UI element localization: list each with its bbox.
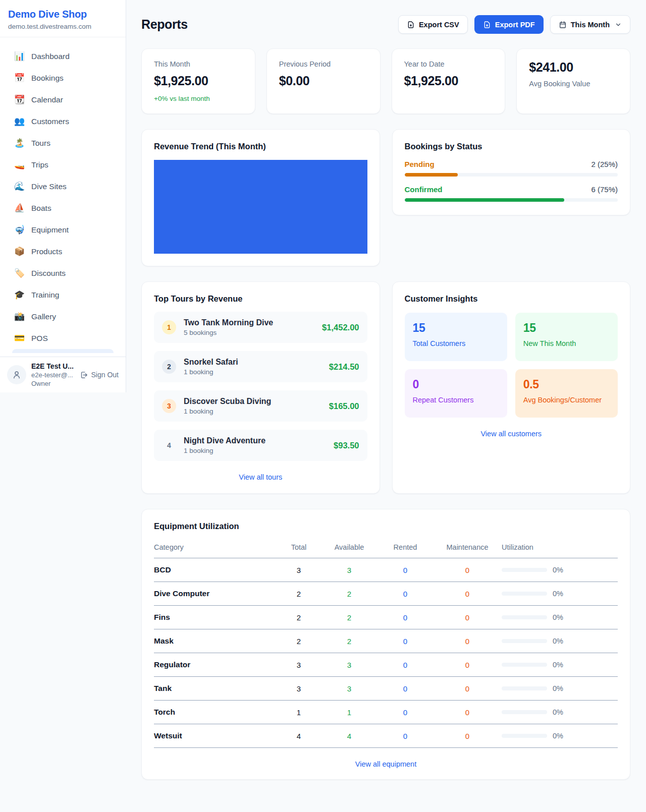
rank-badge: 2 [162, 360, 176, 374]
sidebar-item-trips[interactable]: 🚤 Trips [6, 154, 120, 176]
col-total: Total [277, 543, 321, 551]
customer-insights-card: Customer Insights 15 Total Customers 15 … [392, 281, 631, 494]
sidebar-item-tours[interactable]: 🏝️ Tours [6, 132, 120, 154]
sidebar-item-reports-partial[interactable] [12, 349, 114, 353]
user-footer: E2E Test U... e2e-tester@... Owner Sign … [0, 357, 126, 392]
sidebar-item-gallery[interactable]: 📸 Gallery [6, 306, 120, 327]
sidebar-item-calendar[interactable]: 📆 Calendar [6, 89, 120, 110]
equipment-total: 3 [277, 684, 321, 693]
equipment-maintenance: 0 [433, 661, 502, 669]
sidebar-item-label: Bookings [31, 74, 64, 83]
equipment-rented: 0 [378, 732, 433, 740]
status-label: Pending [405, 160, 435, 168]
stat-value: $0.00 [279, 74, 368, 88]
top-tours-card: Top Tours by Revenue 1 Two Tank Morning … [141, 281, 380, 494]
table-row: Dive Computer 2 2 0 0 0% [154, 582, 618, 606]
stat-label: Previous Period [279, 60, 368, 68]
tour-revenue: $165.00 [329, 401, 359, 411]
user-email: e2e-tester@... [31, 371, 75, 379]
sidebar-item-customers[interactable]: 👥 Customers [6, 110, 120, 132]
sidebar-item-equipment[interactable]: 🤿 Equipment [6, 219, 120, 241]
customer-insights-title: Customer Insights [405, 294, 618, 304]
sign-out-label: Sign Out [91, 371, 119, 379]
utilization-bar [502, 710, 547, 714]
top-tours-title: Top Tours by Revenue [154, 294, 367, 304]
tour-revenue: $93.50 [334, 441, 359, 450]
equipment-maintenance: 0 [433, 590, 502, 598]
tour-bookings-count: 5 bookings [184, 329, 314, 336]
brand-block: Demo Dive Shop demo.test.divestreams.com [0, 0, 126, 37]
stat-label: Avg Booking Value [529, 80, 618, 88]
sidebar-item-label: Customers [31, 117, 69, 126]
tour-row: 1 Two Tank Morning Dive 5 bookings $1,45… [154, 312, 367, 343]
utilization-percent: 0% [553, 566, 563, 574]
stat-label: This Month [154, 60, 243, 68]
utilization-percent: 0% [553, 637, 563, 645]
sidebar-item-label: Products [31, 247, 62, 256]
table-row: BCD 3 3 0 0 0% [154, 558, 618, 582]
insight-value: 0 [413, 378, 499, 391]
equipment-available: 4 [321, 732, 378, 740]
tour-name: Snorkel Safari [184, 358, 321, 367]
utilization-percent: 0% [553, 732, 563, 740]
sidebar-item-label: Calendar [31, 95, 63, 104]
status-row: Pending 2 (25%) [405, 160, 618, 177]
equipment-rented: 0 [378, 637, 433, 646]
sidebar-item-products[interactable]: 📦 Products [6, 241, 120, 262]
tour-bookings-count: 1 booking [184, 408, 321, 415]
table-row: Regulator 3 3 0 0 0% [154, 653, 618, 677]
tours-icon: 🏝️ [14, 138, 24, 148]
status-progress-track [405, 173, 618, 177]
period-dropdown[interactable]: This Month [550, 15, 630, 34]
equipment-total: 3 [277, 661, 321, 669]
insight-tile: 0.5 Avg Bookings/Customer [515, 369, 618, 418]
pos-icon: 💳 [14, 333, 24, 343]
insight-value: 15 [413, 321, 499, 335]
main-content: Reports Export CSV Export PDF This Month… [126, 0, 646, 780]
sidebar-item-dashboard[interactable]: 📊 Dashboard [6, 45, 120, 67]
sidebar-item-label: Boats [31, 204, 51, 213]
bookings-icon: 📅 [14, 73, 24, 83]
sidebar-nav: 📊 Dashboard 📅 Bookings 📆 Calendar 👥 Cust… [0, 37, 126, 353]
equipment-category: Mask [154, 636, 277, 646]
insight-label: Total Customers [413, 339, 499, 347]
sidebar-item-label: Gallery [31, 312, 56, 321]
tour-revenue: $1,452.00 [322, 323, 359, 332]
sidebar-item-pos[interactable]: 💳 POS [6, 327, 120, 349]
stat-label: Year to Date [404, 60, 493, 68]
col-available: Available [321, 543, 378, 551]
discounts-icon: 🏷️ [14, 268, 24, 278]
bookings-by-status-title: Bookings by Status [405, 142, 618, 151]
insight-value: 15 [523, 321, 610, 335]
utilization-bar [502, 568, 547, 572]
tour-bookings-count: 1 booking [184, 447, 326, 454]
sidebar-item-boats[interactable]: ⛵ Boats [6, 197, 120, 219]
tour-row: 3 Discover Scuba Diving 1 booking $165.0… [154, 390, 367, 422]
export-csv-label: Export CSV [419, 21, 459, 29]
sidebar-item-bookings[interactable]: 📅 Bookings [6, 67, 120, 89]
table-row: Fins 2 2 0 0 0% [154, 606, 618, 629]
view-all-tours-link[interactable]: View all tours [154, 473, 367, 481]
col-rented: Rented [378, 543, 433, 551]
utilization-percent: 0% [553, 684, 563, 692]
utilization-bar [502, 639, 547, 643]
status-count: 6 (75%) [591, 185, 618, 194]
tour-row: 4 Night Dive Adventure 1 booking $93.50 [154, 430, 367, 461]
sidebar-item-training[interactable]: 🎓 Training [6, 284, 120, 306]
utilization-bar [502, 615, 547, 619]
sidebar-item-dive-sites[interactable]: 🌊 Dive Sites [6, 176, 120, 197]
sidebar-item-discounts[interactable]: 🏷️ Discounts [6, 262, 120, 284]
equipment-available: 2 [321, 613, 378, 622]
equipment-total: 3 [277, 566, 321, 574]
sign-out-button[interactable]: Sign Out [80, 371, 119, 379]
export-csv-button[interactable]: Export CSV [398, 15, 468, 34]
view-all-equipment-link[interactable]: View all equipment [154, 760, 618, 768]
tour-name: Night Dive Adventure [184, 436, 326, 445]
revenue-trend-card: Revenue Trend (This Month) [141, 129, 380, 266]
insight-label: Avg Bookings/Customer [523, 396, 610, 404]
export-pdf-button[interactable]: Export PDF [474, 15, 544, 34]
view-all-customers-link[interactable]: View all customers [405, 430, 618, 438]
stat-card-this-month: This Month $1,925.00 +0% vs last month [141, 48, 255, 114]
equipment-available: 3 [321, 684, 378, 693]
customers-icon: 👥 [14, 116, 24, 127]
